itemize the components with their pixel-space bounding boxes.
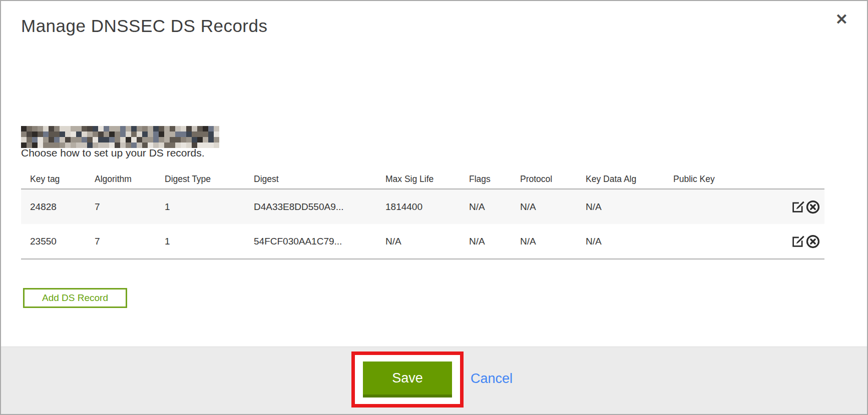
cell-flags: N/A [460, 189, 511, 224]
ds-records-table: Key tag Algorithm Digest Type Digest Max… [21, 168, 824, 260]
cell-protocol: N/A [511, 189, 577, 224]
edit-icon[interactable] [790, 200, 805, 214]
delete-icon[interactable] [805, 200, 820, 214]
cell-digest: D4A33E8DD550A9... [245, 189, 376, 224]
save-button[interactable]: Save [363, 362, 452, 398]
col-header-max-sig-life: Max Sig Life [376, 168, 460, 189]
col-header-protocol: Protocol [511, 168, 577, 189]
col-header-flags: Flags [460, 168, 511, 189]
table-header-row: Key tag Algorithm Digest Type Digest Max… [21, 168, 824, 189]
page-title: Manage DNSSEC DS Records [21, 16, 267, 36]
add-ds-record-button[interactable]: Add DS Record [23, 288, 127, 308]
save-highlight-annotation: Save [351, 352, 464, 408]
cell-public-key [664, 224, 775, 259]
cell-flags: N/A [460, 224, 511, 259]
close-icon[interactable]: ✕ [835, 12, 848, 27]
cell-key-data-alg: N/A [577, 224, 664, 259]
col-header-digest: Digest [245, 168, 376, 189]
cell-max-sig-life: N/A [376, 224, 460, 259]
table-row: 24828 7 1 D4A33E8DD550A9... 1814400 N/A … [21, 189, 824, 224]
col-header-actions [775, 168, 824, 189]
col-header-key-data-alg: Key Data Alg [577, 168, 664, 189]
table-row: 23550 7 1 54FCF030AA1C79... N/A N/A N/A … [21, 224, 824, 259]
col-header-key-tag: Key tag [21, 168, 86, 189]
cancel-link[interactable]: Cancel [471, 371, 513, 386]
col-header-algorithm: Algorithm [86, 168, 156, 189]
col-header-digest-type: Digest Type [156, 168, 245, 189]
delete-icon[interactable] [805, 234, 820, 249]
cell-digest-type: 1 [156, 224, 245, 259]
cell-algorithm: 7 [86, 224, 156, 259]
col-header-public-key: Public Key [664, 168, 775, 189]
cell-key-tag: 23550 [21, 224, 86, 259]
row-actions [775, 224, 824, 259]
cell-key-data-alg: N/A [577, 189, 664, 224]
cell-key-tag: 24828 [21, 189, 86, 224]
domain-name-redacted [21, 126, 219, 148]
edit-icon[interactable] [790, 234, 805, 249]
row-actions [775, 189, 824, 224]
cell-protocol: N/A [511, 224, 577, 259]
cell-public-key [664, 189, 775, 224]
cell-digest: 54FCF030AA1C79... [245, 224, 376, 259]
instruction-text: Choose how to set up your DS records. [21, 147, 205, 159]
cell-algorithm: 7 [86, 189, 156, 224]
cell-digest-type: 1 [156, 189, 245, 224]
dialog-footer: Save Cancel [1, 346, 867, 414]
manage-dnssec-dialog: { "window": { "title": "Manage DNSSEC DS… [0, 0, 868, 415]
cell-max-sig-life: 1814400 [376, 189, 460, 224]
